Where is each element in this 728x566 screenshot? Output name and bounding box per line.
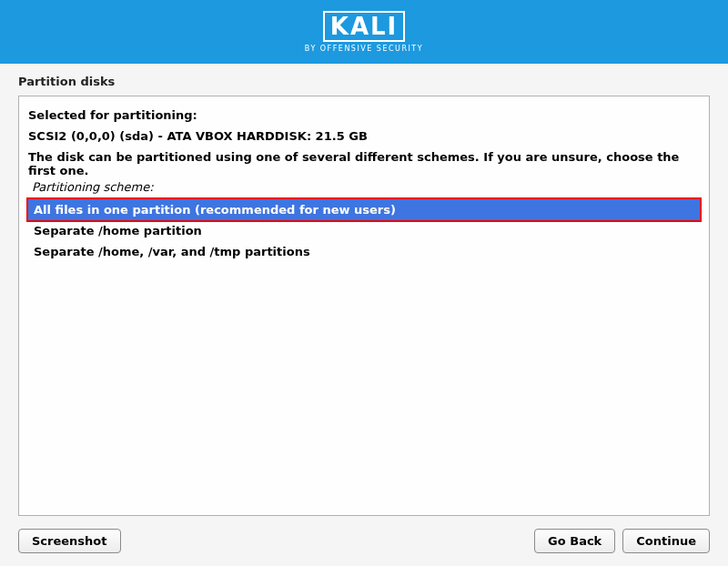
continue-button[interactable]: Continue — [622, 529, 710, 553]
go-back-button[interactable]: Go Back — [534, 529, 615, 553]
disk-description: SCSI2 (0,0,0) (sda) - ATA VBOX HARDDISK:… — [28, 129, 700, 143]
main-panel: Selected for partitioning: SCSI2 (0,0,0)… — [18, 96, 710, 516]
scheme-hint: The disk can be partitioned using one of… — [28, 150, 700, 177]
kali-logo-text: KALI — [330, 13, 399, 40]
button-row: Screenshot Go Back Continue — [18, 529, 710, 553]
scheme-option-separate-home-var-tmp[interactable]: Separate /home, /var, and /tmp partition… — [28, 241, 700, 262]
scheme-option-list: All files in one partition (recommended … — [28, 199, 700, 262]
screenshot-button[interactable]: Screenshot — [18, 529, 121, 553]
kali-tagline: BY OFFENSIVE SECURITY — [305, 45, 423, 53]
scheme-option-separate-home[interactable]: Separate /home partition — [28, 220, 700, 241]
kali-logo: KALI BY OFFENSIVE SECURITY — [305, 11, 423, 53]
kali-logo-box: KALI — [323, 11, 406, 42]
header-banner: KALI BY OFFENSIVE SECURITY — [0, 0, 728, 64]
partitioning-scheme-label: Partitioning scheme: — [32, 180, 700, 194]
selected-for-partitioning-label: Selected for partitioning: — [28, 108, 700, 122]
nav-buttons: Go Back Continue — [534, 529, 710, 553]
page-title: Partition disks — [0, 64, 728, 96]
scheme-option-all-in-one[interactable]: All files in one partition (recommended … — [28, 199, 700, 220]
